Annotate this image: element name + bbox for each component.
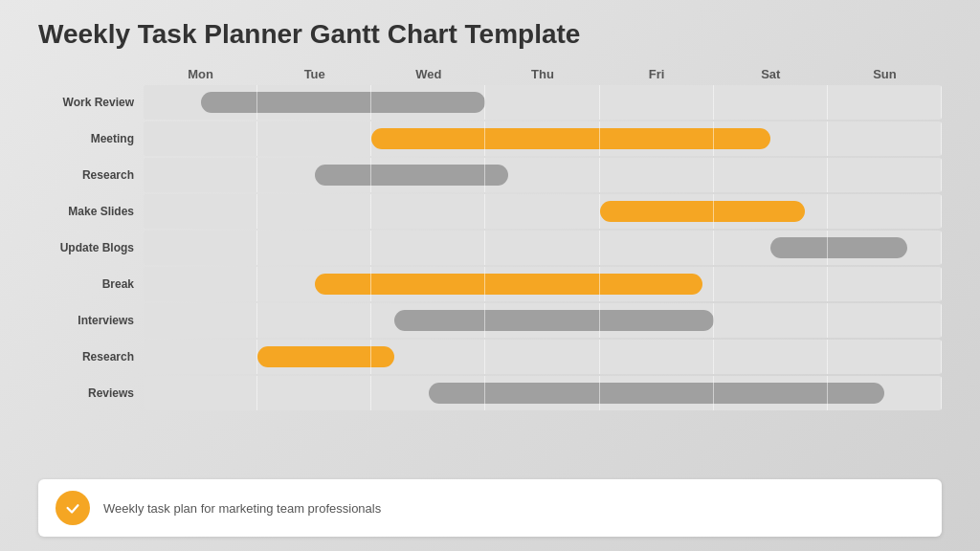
day-label-sun: Sun xyxy=(828,67,942,81)
gantt-bar xyxy=(770,237,907,258)
day-label-thu: Thu xyxy=(485,67,599,81)
row-track xyxy=(144,376,942,410)
gantt-row: Research xyxy=(38,340,942,374)
gantt-chart: MonTueWedThuFriSatSun Work ReviewMeeting… xyxy=(38,67,942,468)
row-label: Make Slides xyxy=(38,205,144,218)
row-label: Meeting xyxy=(38,132,144,145)
row-track xyxy=(144,340,942,374)
gantt-bar xyxy=(600,201,805,222)
row-label: Work Review xyxy=(38,96,144,109)
row-track xyxy=(144,231,942,265)
row-label: Research xyxy=(38,350,144,364)
bar-wrapper xyxy=(201,85,486,120)
day-label-sat: Sat xyxy=(714,67,828,81)
gantt-bar xyxy=(201,92,486,113)
bar-wrapper xyxy=(429,376,885,410)
bar-wrapper xyxy=(600,194,805,229)
row-label: Research xyxy=(38,168,144,182)
gantt-row: Update Blogs xyxy=(38,231,942,265)
gantt-grid: Work ReviewMeetingResearchMake SlidesUpd… xyxy=(38,85,942,468)
day-label-wed: Wed xyxy=(371,67,485,81)
bar-wrapper xyxy=(315,158,509,192)
bar-wrapper xyxy=(315,267,702,301)
gantt-row: Research xyxy=(38,158,942,192)
row-track xyxy=(144,158,942,192)
gantt-row: Meeting xyxy=(38,121,942,156)
row-track xyxy=(144,303,942,338)
row-track xyxy=(144,194,942,229)
gantt-bar xyxy=(315,165,509,186)
row-label: Update Blogs xyxy=(38,241,144,254)
row-track xyxy=(144,267,942,301)
gantt-row: Interviews xyxy=(38,303,942,338)
gantt-bar xyxy=(394,310,714,331)
day-label-fri: Fri xyxy=(600,67,714,81)
bar-wrapper xyxy=(371,121,770,156)
gantt-row: Make Slides xyxy=(38,194,942,229)
day-label-mon: Mon xyxy=(144,67,257,81)
bar-wrapper xyxy=(394,303,714,338)
day-label-tue: Tue xyxy=(257,67,371,81)
day-header: MonTueWedThuFriSatSun xyxy=(38,67,942,81)
row-label: Reviews xyxy=(38,386,144,400)
check-icon xyxy=(64,499,81,517)
check-circle xyxy=(56,491,90,525)
gantt-row: Work Review xyxy=(38,85,942,120)
gantt-bar xyxy=(257,346,394,367)
gantt-bar xyxy=(371,128,770,149)
bar-wrapper xyxy=(257,340,394,374)
row-track xyxy=(144,121,942,156)
bar-wrapper xyxy=(770,231,907,265)
row-label: Break xyxy=(38,277,144,291)
gantt-bar xyxy=(315,274,702,295)
footer-note: Weekly task plan for marketing team prof… xyxy=(38,479,942,537)
gantt-row: Break xyxy=(38,267,942,301)
page-title: Weekly Task Planner Gantt Chart Template xyxy=(38,19,580,50)
gantt-bar xyxy=(429,383,885,404)
row-track xyxy=(144,85,942,120)
footer-text: Weekly task plan for marketing team prof… xyxy=(103,501,381,516)
row-label: Interviews xyxy=(38,314,144,327)
gantt-row: Reviews xyxy=(38,376,942,410)
